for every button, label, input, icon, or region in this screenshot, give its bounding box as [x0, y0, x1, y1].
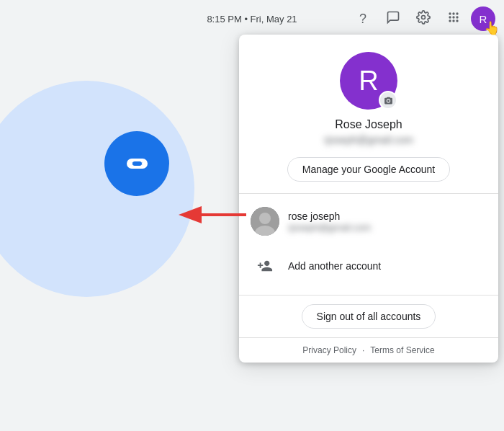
svg-point-6 — [456, 16, 458, 18]
topbar-icons: ? — [350, 6, 495, 32]
manage-google-account-button[interactable]: Manage your Google Account — [287, 157, 450, 182]
apps-button[interactable] — [441, 6, 467, 32]
account-info: rose joseph rjoseph@gmail.com — [288, 210, 371, 233]
panel-accounts: rose joseph rjoseph@gmail.com Add anothe… — [239, 194, 498, 296]
add-account-row[interactable]: Add another account — [239, 243, 498, 289]
account-email-small: rjoseph@gmail.com — [288, 222, 371, 233]
user-avatar-letter: R — [359, 66, 378, 97]
link-icon-circle — [104, 131, 169, 196]
user-avatar-large: R — [340, 52, 397, 110]
svg-point-4 — [449, 16, 451, 18]
add-account-label: Add another account — [288, 260, 381, 272]
account-avatar-small — [251, 207, 279, 236]
svg-point-9 — [456, 19, 458, 22]
svg-point-7 — [449, 19, 451, 22]
user-avatar-button[interactable]: R — [471, 6, 495, 31]
terms-of-service-link[interactable]: Terms of Service — [370, 345, 434, 355]
help-icon: ? — [359, 12, 366, 27]
user-name: Rose Joseph — [335, 118, 402, 131]
avatar-letter: R — [480, 13, 487, 25]
panel-footer: Privacy Policy · Terms of Service — [239, 338, 498, 363]
svg-point-2 — [452, 12, 454, 14]
account-name: rose joseph — [288, 210, 371, 222]
apps-grid-icon — [446, 10, 461, 28]
chat-icon — [386, 10, 400, 28]
footer-dot: · — [362, 345, 364, 355]
svg-point-5 — [452, 16, 454, 18]
signout-button[interactable]: Sign out of all accounts — [302, 304, 436, 329]
svg-point-8 — [452, 19, 454, 22]
account-avatar-img — [251, 207, 279, 236]
svg-point-3 — [456, 12, 458, 14]
privacy-policy-link[interactable]: Privacy Policy — [302, 345, 356, 355]
red-arrow — [174, 200, 253, 229]
account-panel: R Rose Joseph rjoseph@gmail.com Manage y… — [239, 35, 498, 363]
camera-badge[interactable] — [379, 91, 397, 110]
user-email: rjoseph@gmail.com — [324, 134, 413, 146]
panel-actions: Sign out of all accounts — [239, 296, 498, 338]
svg-point-22 — [259, 213, 271, 224]
svg-point-1 — [449, 12, 451, 14]
svg-point-0 — [422, 15, 426, 19]
settings-icon — [416, 10, 431, 28]
chat-button[interactable] — [380, 6, 406, 32]
topbar: 8:15 PM • Fri, May 21 ? — [0, 0, 504, 37]
add-person-icon — [251, 252, 279, 280]
settings-button[interactable] — [410, 6, 436, 32]
account-row[interactable]: rose joseph rjoseph@gmail.com — [239, 200, 498, 243]
topbar-time: 8:15 PM • Fri, May 21 — [126, 14, 378, 25]
panel-header: R Rose Joseph rjoseph@gmail.com Manage y… — [239, 35, 498, 194]
help-button[interactable]: ? — [350, 6, 376, 32]
background-illustration — [0, 37, 230, 431]
